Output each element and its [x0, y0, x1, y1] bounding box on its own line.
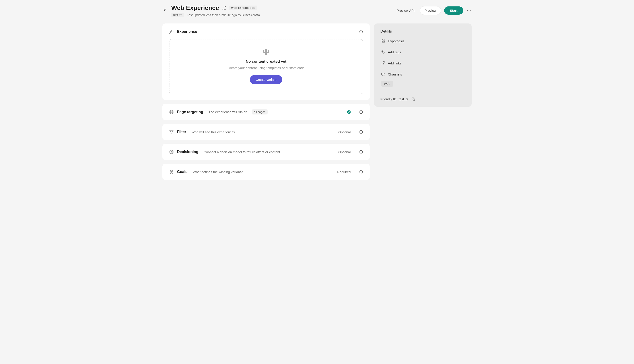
goals-title: Goals [177, 170, 187, 174]
empty-subtitle: Create your content using templates or c… [228, 66, 305, 70]
goals-card[interactable]: Goals What defines the winning variant? … [162, 164, 370, 180]
svg-point-24 [170, 170, 173, 172]
friendly-id-label: Friendly ID [380, 97, 396, 101]
filter-card[interactable]: Filter Who will see this experience? Opt… [162, 124, 370, 140]
filter-status: Optional [338, 130, 351, 134]
page-targeting-scope: all pages [252, 110, 268, 114]
channels-label: Channels [388, 72, 402, 76]
filter-info-button[interactable] [359, 130, 363, 134]
svg-rect-33 [413, 99, 415, 100]
tag-icon [381, 50, 385, 54]
decisioning-icon [169, 150, 174, 154]
svg-point-7 [361, 31, 361, 31]
experience-info-button[interactable] [359, 30, 363, 34]
page-targeting-complete-badge [347, 110, 351, 114]
page-targeting-title: Page targeting [177, 110, 203, 114]
info-icon [359, 30, 363, 34]
decisioning-desc: Connect a decision model to return offer… [204, 150, 280, 154]
page-targeting-desc: The experience will run on [208, 110, 247, 114]
svg-point-23 [361, 151, 361, 151]
link-icon [381, 61, 385, 65]
svg-point-2 [469, 10, 469, 11]
copy-icon [412, 98, 415, 101]
more-horizontal-icon [467, 8, 471, 13]
friendly-id-value: test_3 [399, 97, 408, 101]
svg-point-29 [382, 51, 383, 52]
info-icon [359, 170, 363, 174]
filter-desc: Who will see this experience? [192, 130, 236, 134]
svg-rect-31 [384, 74, 385, 75]
filter-icon [169, 130, 174, 134]
goals-desc: What defines the winning variant? [193, 170, 243, 174]
divider [380, 93, 465, 93]
details-panel: Details Hypothesis Add tags [374, 24, 472, 107]
hypothesis-label: Hypothesis [388, 39, 404, 43]
preview-button[interactable]: Preview [420, 6, 441, 15]
decisioning-title: Decisioning [177, 150, 198, 154]
add-tags-label: Add tags [388, 50, 401, 54]
arrow-left-icon [163, 8, 167, 12]
svg-point-4 [170, 30, 172, 32]
svg-point-3 [470, 10, 471, 11]
info-icon [359, 130, 363, 134]
decisioning-info-button[interactable] [359, 150, 363, 154]
experience-type-chip: WEB EXPERIENCE [229, 6, 257, 10]
svg-point-25 [171, 171, 172, 172]
hypothesis-link[interactable]: Hypothesis [380, 36, 465, 46]
add-links-label: Add links [388, 61, 401, 65]
page-header: Web Experience WEB EXPERIENCE DRAFT Last… [162, 4, 472, 17]
page-title: Web Experience [171, 4, 219, 12]
start-button[interactable]: Start [444, 6, 463, 14]
svg-rect-30 [382, 73, 384, 75]
experience-icon [169, 29, 174, 34]
experience-card: Experience No content created yet Create… [162, 24, 370, 100]
status-chip: DRAFT [171, 13, 184, 17]
decisioning-card[interactable]: Decisioning Connect a decision model to … [162, 144, 370, 160]
devices-icon [381, 72, 385, 76]
updated-text: Last updated less than a minute ago by S… [187, 13, 260, 17]
experience-empty-state: No content created yet Create your conte… [169, 39, 363, 94]
copy-friendly-id-button[interactable] [412, 98, 415, 101]
page-targeting-card[interactable]: Page targeting The experience will run o… [162, 104, 370, 120]
empty-title: No content created yet [246, 59, 286, 64]
info-icon [359, 110, 363, 114]
target-icon [169, 110, 174, 114]
edit-icon [381, 39, 385, 43]
svg-point-1 [467, 10, 468, 11]
svg-point-28 [361, 171, 361, 171]
cactus-icon [263, 48, 269, 55]
check-icon [348, 111, 350, 113]
decisioning-status: Optional [338, 150, 351, 154]
channel-chip-web[interactable]: Web [381, 80, 393, 87]
back-button[interactable] [162, 7, 168, 12]
goals-info-button[interactable] [359, 170, 363, 174]
create-variant-button[interactable]: Create variant [250, 75, 282, 84]
page-targeting-info-button[interactable] [359, 110, 363, 114]
goals-status: Required [337, 170, 351, 174]
filter-title: Filter [177, 130, 186, 134]
experience-title: Experience [177, 30, 197, 34]
info-icon [359, 150, 363, 154]
add-tags-link[interactable]: Add tags [380, 46, 465, 58]
add-links-link[interactable]: Add links [380, 58, 465, 69]
pencil-icon [222, 6, 226, 10]
svg-point-17 [361, 131, 361, 131]
more-menu-button[interactable] [466, 8, 472, 13]
edit-title-button[interactable] [222, 6, 226, 10]
svg-point-10 [171, 112, 172, 112]
svg-marker-14 [170, 130, 174, 134]
goals-icon [169, 170, 174, 174]
channels-row: Channels [380, 69, 465, 80]
details-title: Details [380, 29, 465, 34]
preview-api-button[interactable]: Preview API [395, 7, 417, 14]
